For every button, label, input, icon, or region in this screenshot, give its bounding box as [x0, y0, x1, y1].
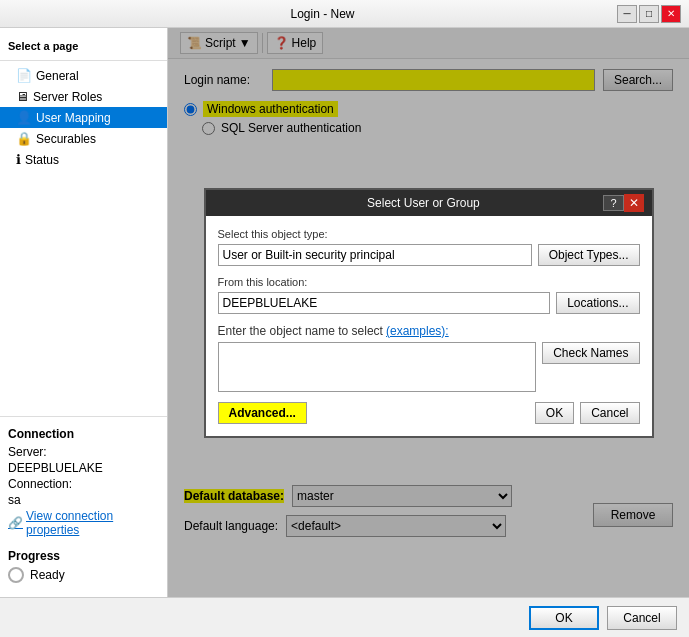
check-names-button[interactable]: Check Names — [542, 342, 639, 364]
connection-label: Connection: — [8, 477, 159, 491]
modal-ok-button[interactable]: OK — [535, 402, 574, 424]
sidebar-item-general[interactable]: 📄 General — [0, 65, 167, 86]
sidebar-item-securables[interactable]: 🔒 Securables — [0, 128, 167, 149]
sidebar-item-status[interactable]: ℹ Status — [0, 149, 167, 170]
modal-footer-right: OK Cancel — [535, 402, 640, 424]
object-name-row: Check Names — [218, 342, 640, 392]
page-icon: 📄 — [16, 68, 32, 83]
link-icon: 🔗 — [8, 516, 23, 530]
progress-spinner — [8, 567, 24, 583]
select-user-group-modal: Select User or Group ? ✕ Select this obj… — [204, 188, 654, 438]
sidebar-section-title: Select a page — [0, 36, 167, 56]
progress-status: Ready — [30, 568, 65, 582]
modal-title-bar: Select User or Group ? ✕ — [206, 190, 652, 216]
modal-title: Select User or Group — [244, 196, 604, 210]
sidebar-item-user-mapping[interactable]: 👤 User Mapping — [0, 107, 167, 128]
progress-item: Ready — [8, 567, 159, 583]
locations-button[interactable]: Locations... — [556, 292, 639, 314]
advanced-label: Advanced... — [229, 406, 296, 420]
sidebar-item-label: Securables — [36, 132, 96, 146]
progress-section: Progress Ready — [0, 543, 167, 589]
server-label: Server: — [8, 445, 159, 459]
object-types-button[interactable]: Object Types... — [538, 244, 640, 266]
window-title: Login - New — [28, 7, 617, 21]
location-row: Locations... — [218, 292, 640, 314]
location-label: From this location: — [218, 276, 640, 288]
progress-title: Progress — [8, 549, 159, 563]
minimize-button[interactable]: ─ — [617, 5, 637, 23]
maximize-button[interactable]: □ — [639, 5, 659, 23]
object-name-textarea[interactable] — [218, 342, 537, 392]
object-type-label: Select this object type: — [218, 228, 640, 240]
connection-value: sa — [8, 493, 159, 507]
bottom-bar: OK Cancel — [0, 597, 689, 637]
sidebar-item-label: Status — [25, 153, 59, 167]
modal-cancel-button[interactable]: Cancel — [580, 402, 639, 424]
server-roles-icon: 🖥 — [16, 89, 29, 104]
modal-footer: Advanced... OK Cancel — [218, 402, 640, 424]
advanced-button[interactable]: Advanced... — [218, 402, 307, 424]
modal-overlay: Select User or Group ? ✕ Select this obj… — [168, 28, 689, 597]
connection-title: Connection — [8, 427, 159, 441]
close-button[interactable]: ✕ — [661, 5, 681, 23]
sidebar-item-label: Server Roles — [33, 90, 102, 104]
sidebar: Select a page 📄 General 🖥 Server Roles 👤… — [0, 28, 168, 597]
title-bar: Login - New ─ □ ✕ — [0, 0, 689, 28]
cancel-button[interactable]: Cancel — [607, 606, 677, 630]
object-name-label: Enter the object name to select (example… — [218, 324, 640, 338]
object-name-static: Enter the object name to select — [218, 324, 383, 338]
modal-body: Select this object type: Object Types...… — [206, 216, 652, 436]
modal-help-button[interactable]: ? — [603, 195, 623, 211]
view-connection-properties-link[interactable]: 🔗 View connection properties — [8, 509, 159, 537]
ok-button[interactable]: OK — [529, 606, 599, 630]
sidebar-item-label: User Mapping — [36, 111, 111, 125]
securables-icon: 🔒 — [16, 131, 32, 146]
location-input[interactable] — [218, 292, 551, 314]
object-type-row: Object Types... — [218, 244, 640, 266]
content-area: 📜 Script ▼ ❓ Help Login name: Search... … — [168, 28, 689, 597]
sidebar-item-server-roles[interactable]: 🖥 Server Roles — [0, 86, 167, 107]
status-icon: ℹ — [16, 152, 21, 167]
server-value: DEEPBLUELAKE — [8, 461, 159, 475]
user-mapping-icon: 👤 — [16, 110, 32, 125]
window-controls: ─ □ ✕ — [617, 5, 681, 23]
view-link-text: View connection properties — [26, 509, 159, 537]
connection-section: Connection Server: DEEPBLUELAKE Connecti… — [0, 421, 167, 543]
sidebar-item-label: General — [36, 69, 79, 83]
modal-close-button[interactable]: ✕ — [624, 194, 644, 212]
object-type-input[interactable] — [218, 244, 532, 266]
examples-link[interactable]: (examples): — [386, 324, 449, 338]
